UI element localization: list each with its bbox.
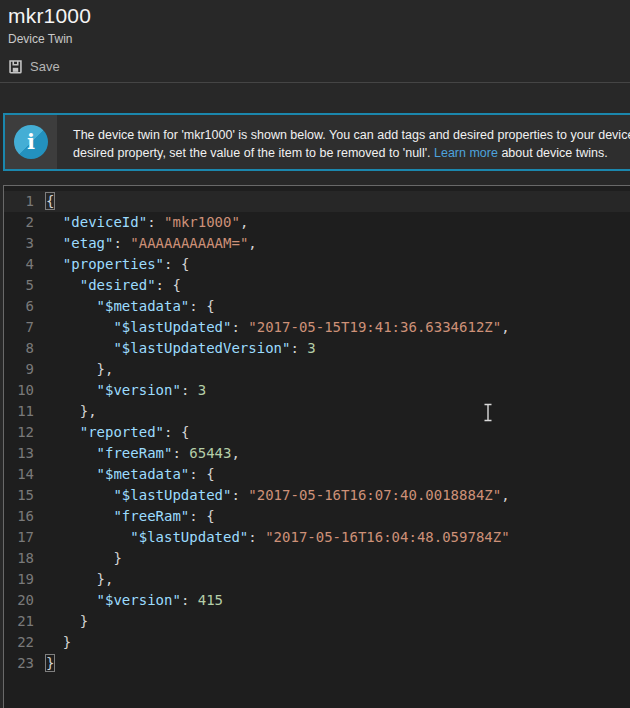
line-number: 13 bbox=[4, 443, 46, 464]
code-text: "freeRam": 65443, bbox=[46, 443, 240, 464]
info-banner-text: The device twin for 'mkr1000' is shown b… bbox=[57, 115, 630, 169]
code-line[interactable]: 3 "etag": "AAAAAAAAAAM=", bbox=[4, 233, 630, 254]
code-line[interactable]: 17 "$lastUpdated": "2017-05-16T16:04:48.… bbox=[4, 527, 630, 548]
line-number: 2 bbox=[4, 212, 46, 233]
code-text: "$lastUpdated": "2017-05-15T19:41:36.633… bbox=[46, 317, 510, 338]
line-number: 22 bbox=[4, 632, 46, 653]
code-line[interactable]: 9 }, bbox=[4, 359, 630, 380]
code-text: "properties": { bbox=[46, 254, 189, 275]
page-title: mkr1000 bbox=[8, 4, 91, 28]
device-twin-page: { "header": { "title": "mkr1000", "subti… bbox=[0, 0, 630, 708]
line-number: 11 bbox=[4, 401, 46, 422]
code-line[interactable]: 11 }, bbox=[4, 401, 630, 422]
code-line[interactable]: 5 "desired": { bbox=[4, 275, 630, 296]
code-text: "etag": "AAAAAAAAAAM=", bbox=[46, 233, 257, 254]
code-line[interactable]: 20 "$version": 415 bbox=[4, 590, 630, 611]
toolbar-divider bbox=[0, 82, 630, 83]
code-text: "freeRam": { bbox=[46, 506, 215, 527]
info-icon-cell: i bbox=[5, 115, 57, 169]
save-button-label: Save bbox=[30, 59, 60, 74]
info-banner-line2: desired property, set the value of the i… bbox=[73, 144, 630, 162]
toolbar: Save bbox=[8, 55, 60, 77]
code-text: "$metadata": { bbox=[46, 464, 215, 485]
page-subtitle: Device Twin bbox=[8, 32, 91, 46]
code-line[interactable]: 22 } bbox=[4, 632, 630, 653]
line-number: 7 bbox=[4, 317, 46, 338]
code-line[interactable]: 18 } bbox=[4, 548, 630, 569]
code-line[interactable]: 21 } bbox=[4, 611, 630, 632]
line-number: 14 bbox=[4, 464, 46, 485]
line-number: 20 bbox=[4, 590, 46, 611]
code-lines: 1{2 "deviceId": "mkr1000",3 "etag": "AAA… bbox=[4, 191, 630, 674]
code-text: } bbox=[46, 653, 54, 674]
code-text: "$version": 415 bbox=[46, 590, 223, 611]
learn-more-link[interactable]: Learn more bbox=[434, 146, 498, 160]
line-number: 5 bbox=[4, 275, 46, 296]
code-line[interactable]: 23} bbox=[4, 653, 630, 674]
code-text: }, bbox=[46, 359, 113, 380]
device-twin-json-editor[interactable]: 1{2 "deviceId": "mkr1000",3 "etag": "AAA… bbox=[3, 185, 630, 708]
line-number: 19 bbox=[4, 569, 46, 590]
code-line[interactable]: 13 "freeRam": 65443, bbox=[4, 443, 630, 464]
save-button[interactable]: Save bbox=[8, 59, 60, 74]
code-text: "reported": { bbox=[46, 422, 189, 443]
code-line[interactable]: 10 "$version": 3 bbox=[4, 380, 630, 401]
line-number: 1 bbox=[4, 191, 46, 212]
save-icon bbox=[8, 59, 23, 74]
info-banner-line1: The device twin for 'mkr1000' is shown b… bbox=[73, 126, 630, 144]
code-text: "$metadata": { bbox=[46, 296, 215, 317]
code-line[interactable]: 4 "properties": { bbox=[4, 254, 630, 275]
line-number: 16 bbox=[4, 506, 46, 527]
code-text: } bbox=[46, 632, 71, 653]
code-text: "$lastUpdatedVersion": 3 bbox=[46, 338, 316, 359]
code-line[interactable]: 2 "deviceId": "mkr1000", bbox=[4, 212, 630, 233]
line-number: 6 bbox=[4, 296, 46, 317]
line-number: 12 bbox=[4, 422, 46, 443]
code-text: } bbox=[46, 548, 122, 569]
code-line[interactable]: 19 }, bbox=[4, 569, 630, 590]
code-text: }, bbox=[46, 401, 97, 422]
code-line[interactable]: 1{ bbox=[4, 191, 630, 212]
code-text: "desired": { bbox=[46, 275, 181, 296]
code-line[interactable]: 16 "freeRam": { bbox=[4, 506, 630, 527]
code-text: }, bbox=[46, 569, 113, 590]
info-banner: i The device twin for 'mkr1000' is shown… bbox=[3, 113, 630, 171]
line-number: 10 bbox=[4, 380, 46, 401]
line-number: 17 bbox=[4, 527, 46, 548]
code-line[interactable]: 8 "$lastUpdatedVersion": 3 bbox=[4, 338, 630, 359]
code-line[interactable]: 14 "$metadata": { bbox=[4, 464, 630, 485]
code-line[interactable]: 15 "$lastUpdated": "2017-05-16T16:07:40.… bbox=[4, 485, 630, 506]
code-text: "$version": 3 bbox=[46, 380, 206, 401]
line-number: 3 bbox=[4, 233, 46, 254]
line-number: 9 bbox=[4, 359, 46, 380]
code-line[interactable]: 6 "$metadata": { bbox=[4, 296, 630, 317]
info-icon: i bbox=[14, 125, 48, 159]
code-text: "deviceId": "mkr1000", bbox=[46, 212, 248, 233]
line-number: 15 bbox=[4, 485, 46, 506]
code-text: } bbox=[46, 611, 88, 632]
code-text: { bbox=[46, 191, 54, 212]
code-text: "$lastUpdated": "2017-05-16T16:04:48.059… bbox=[46, 527, 510, 548]
code-line[interactable]: 12 "reported": { bbox=[4, 422, 630, 443]
line-number: 18 bbox=[4, 548, 46, 569]
line-number: 23 bbox=[4, 653, 46, 674]
code-line[interactable]: 7 "$lastUpdated": "2017-05-15T19:41:36.6… bbox=[4, 317, 630, 338]
page-header: mkr1000 Device Twin bbox=[8, 4, 91, 46]
line-number: 8 bbox=[4, 338, 46, 359]
line-number: 4 bbox=[4, 254, 46, 275]
code-text: "$lastUpdated": "2017-05-16T16:07:40.001… bbox=[46, 485, 510, 506]
line-number: 21 bbox=[4, 611, 46, 632]
